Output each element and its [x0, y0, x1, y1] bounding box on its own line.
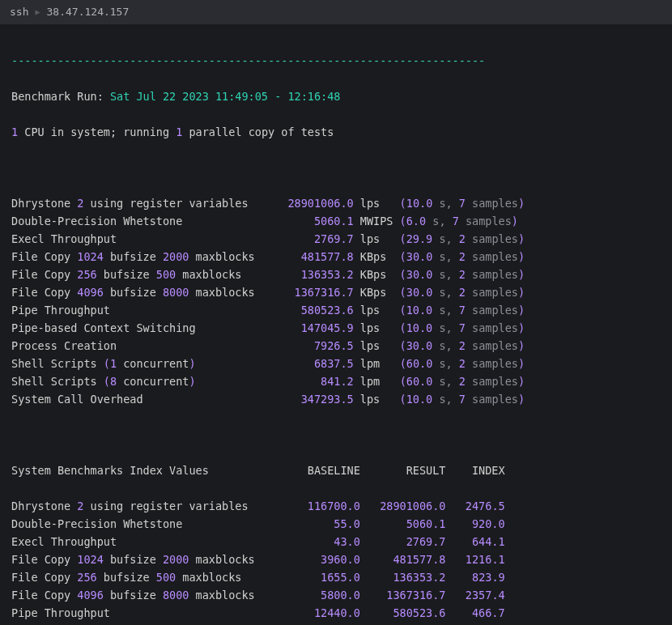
result-row: Pipe Throughput 580523.6 lps (10.0 s, 7 …	[11, 301, 661, 319]
results-table: Dhrystone 2 using register variables 289…	[11, 194, 661, 408]
result-row: Execl Throughput 2769.7 lps (29.9 s, 2 s…	[11, 230, 661, 248]
result-row: Shell Scripts (1 concurrent) 6837.5 lpm …	[11, 355, 661, 372]
titlebar-ssh: ssh	[10, 3, 28, 21]
blank-line	[11, 159, 661, 176]
index-row: Double-Precision Whetstone 55.0 5060.1 9…	[11, 515, 661, 533]
index-header: System Benchmarks Index Values BASELINE …	[11, 461, 661, 479]
index-row: Pipe Throughput 12440.0 580523.6 466.7	[11, 604, 661, 622]
result-row: File Copy 1024 bufsize 2000 maxblocks 48…	[11, 248, 661, 266]
separator-line: ----------------------------------------…	[11, 52, 661, 70]
result-row: Shell Scripts (8 concurrent) 841.2 lpm (…	[11, 372, 661, 390]
result-row: File Copy 4096 bufsize 8000 maxblocks 13…	[11, 283, 661, 301]
terminal-output[interactable]: ----------------------------------------…	[0, 24, 672, 625]
cpu-line: 1 CPU in system; running 1 parallel copy…	[11, 123, 661, 141]
result-row: Double-Precision Whetstone 5060.1 MWIPS …	[11, 212, 661, 230]
index-row: File Copy 1024 bufsize 2000 maxblocks 39…	[11, 551, 661, 568]
chevron-right-icon: ▶	[35, 3, 40, 21]
result-row: Pipe-based Context Switching 147045.9 lp…	[11, 319, 661, 337]
benchmark-run-line: Benchmark Run: Sat Jul 22 2023 11:49:05 …	[11, 87, 661, 105]
titlebar-host: 38.47.124.157	[47, 3, 130, 21]
index-row: Pipe-based Context Switching 4000.0 1470…	[11, 622, 661, 625]
index-table: Dhrystone 2 using register variables 116…	[11, 497, 661, 625]
result-row: File Copy 256 bufsize 500 maxblocks 1363…	[11, 266, 661, 283]
index-row: Dhrystone 2 using register variables 116…	[11, 497, 661, 515]
index-row: Execl Throughput 43.0 2769.7 644.1	[11, 533, 661, 551]
result-row: Dhrystone 2 using register variables 289…	[11, 194, 661, 212]
result-row: Process Creation 7926.5 lps (30.0 s, 2 s…	[11, 337, 661, 355]
index-row: File Copy 256 bufsize 500 maxblocks 1655…	[11, 568, 661, 586]
window-titlebar: ssh ▶ 38.47.124.157	[0, 0, 672, 24]
blank-line	[11, 426, 661, 444]
index-row: File Copy 4096 bufsize 8000 maxblocks 58…	[11, 586, 661, 604]
result-row: System Call Overhead 347293.5 lps (10.0 …	[11, 390, 661, 408]
